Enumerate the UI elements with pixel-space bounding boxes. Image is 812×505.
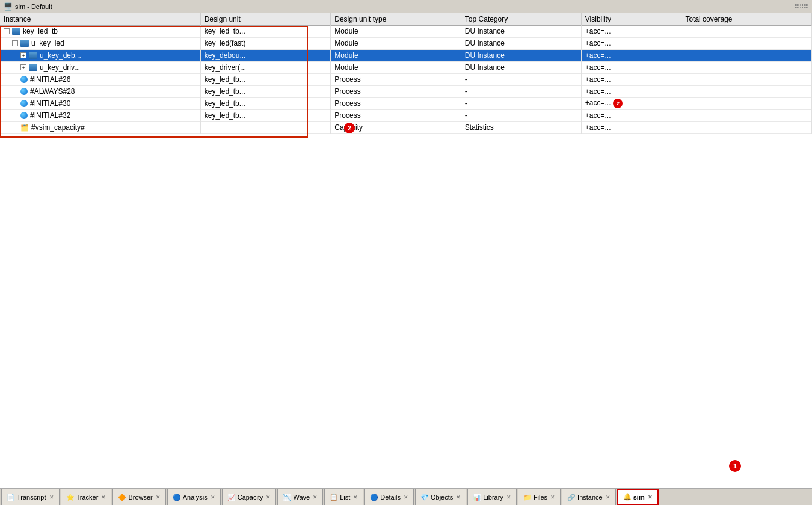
tab-analysis[interactable]: 🔵 Analysis ✕ <box>167 489 221 505</box>
instance-table-container[interactable]: Instance Design unit Design unit type To… <box>0 13 812 134</box>
tab-label-capacity: Capacity <box>238 494 263 501</box>
visibility-cell: +acc=...2 <box>581 97 681 109</box>
design-unit-type-cell: Capacity <box>331 121 461 133</box>
inline-badge-2: 2 <box>613 99 623 108</box>
instance-name: #ALWAYS#28 <box>30 87 75 96</box>
tab-browser[interactable]: 🔶 Browser ✕ <box>112 489 165 505</box>
top-category-cell: - <box>461 73 581 85</box>
tab-close-sim[interactable]: ✕ <box>648 494 653 500</box>
tab-close-analysis[interactable]: ✕ <box>211 494 215 500</box>
tab-capacity[interactable]: 📈 Capacity ✕ <box>222 489 277 505</box>
table-row[interactable]: #INITIAL#32 key_led_tb... Process - +acc… <box>0 109 812 121</box>
tab-label-sim: sim <box>633 494 645 501</box>
expand-icon[interactable]: + <box>20 64 26 70</box>
titlebar: 🖥️ sim - Default ⠿⠿⠿⠿ <box>0 0 812 13</box>
col-top-category: Top Category <box>461 13 581 25</box>
instance-name: #INITIAL#26 <box>30 75 70 84</box>
design-unit-cell <box>200 121 331 133</box>
tab-close-objects[interactable]: ✕ <box>456 494 461 500</box>
table-row[interactable]: 🗂️ #vsim_capacity# Capacity Statistics +… <box>0 121 812 133</box>
tab-icon-browser: 🔶 <box>118 494 126 501</box>
tab-label-tracker: Tracker <box>76 494 99 501</box>
titlebar-icon: 🖥️ <box>4 2 13 11</box>
tab-wave[interactable]: 📉 Wave ✕ <box>277 489 323 505</box>
col-total-coverage: Total coverage <box>681 13 812 25</box>
tab-close-browser[interactable]: ✕ <box>156 494 161 500</box>
tab-label-analysis: Analysis <box>183 494 208 501</box>
top-category-cell: DU Instance <box>461 25 581 37</box>
design-unit-type-cell: Process <box>331 97 461 109</box>
design-unit-type-cell: Process <box>331 109 461 121</box>
tab-label-list: List <box>340 494 350 501</box>
instance-cell: + u_key_driv... <box>0 61 200 73</box>
col-visibility: Visibility <box>581 13 681 25</box>
tab-close-files[interactable]: ✕ <box>550 494 555 500</box>
top-category-cell: Statistics <box>461 121 581 133</box>
table-row[interactable]: #INITIAL#30 key_led_tb... Process - +acc… <box>0 97 812 109</box>
table-row[interactable]: - key_led_tb key_led_tb... Module DU Ins… <box>0 25 812 37</box>
badge-1: 1 <box>729 460 741 472</box>
tab-icon-capacity: 📈 <box>227 494 236 501</box>
table-row[interactable]: #INITIAL#26 key_led_tb... Process - +acc… <box>0 73 812 85</box>
table-row[interactable]: - u_key_led key_led(fast) Module DU Inst… <box>0 37 812 49</box>
tab-icon-objects: 💎 <box>420 494 429 501</box>
tab-details[interactable]: 🔵 Details ✕ <box>364 489 414 505</box>
design-unit-type-cell: Module <box>331 37 461 49</box>
table-body: - key_led_tb key_led_tb... Module DU Ins… <box>0 25 812 133</box>
tab-label-objects: Objects <box>431 494 453 501</box>
tab-close-instance[interactable]: ✕ <box>606 494 611 500</box>
tab-library[interactable]: 📊 Library ✕ <box>467 489 517 505</box>
tab-sim[interactable]: 🔔 sim ✕ <box>617 489 659 505</box>
design-unit-cell: key_led_tb... <box>200 109 331 121</box>
top-category-cell: - <box>461 85 581 97</box>
col-instance: Instance <box>0 13 200 25</box>
tab-close-details[interactable]: ✕ <box>404 494 408 500</box>
total-coverage-cell <box>681 61 812 73</box>
expand-icon[interactable]: - <box>4 28 10 34</box>
expand-icon[interactable]: + <box>20 52 26 58</box>
total-coverage-cell <box>681 49 812 61</box>
top-category-cell: - <box>461 109 581 121</box>
tab-transcript[interactable]: 📄 Transcript ✕ <box>1 489 60 505</box>
module-icon <box>29 64 37 71</box>
tab-close-transcript[interactable]: ✕ <box>49 494 54 500</box>
tab-close-library[interactable]: ✕ <box>506 494 511 500</box>
instance-name: #INITIAL#32 <box>30 111 70 120</box>
tab-files[interactable]: 📁 Files ✕ <box>518 489 561 505</box>
instance-name: u_key_deb... <box>40 51 81 60</box>
tab-label-details: Details <box>380 494 401 501</box>
instance-name: key_led_tb <box>23 27 58 35</box>
tab-close-list[interactable]: ✕ <box>353 494 358 500</box>
design-unit-type-cell: Module <box>331 49 461 61</box>
tab-close-wave[interactable]: ✕ <box>313 494 318 500</box>
instance-cell: #INITIAL#30 <box>0 97 200 109</box>
instance-cell: - u_key_led <box>0 37 200 49</box>
table-row[interactable]: + u_key_deb... key_debou... Module DU In… <box>0 49 812 61</box>
tab-label-transcript: Transcript <box>17 494 46 501</box>
total-coverage-cell <box>681 85 812 97</box>
tab-label-wave: Wave <box>293 494 310 501</box>
tab-icon-library: 📊 <box>473 494 481 501</box>
total-coverage-cell <box>681 121 812 133</box>
instance-name: u_key_led <box>31 39 64 47</box>
expand-icon[interactable]: - <box>12 40 18 46</box>
visibility-cell: +acc=... <box>581 37 681 49</box>
tab-label-browser: Browser <box>128 494 152 501</box>
design-unit-cell: key_led(fast) <box>200 37 331 49</box>
tab-label-library: Library <box>483 494 503 501</box>
instance-cell: #INITIAL#32 <box>0 109 200 121</box>
instance-cell: - key_led_tb <box>0 25 200 37</box>
instance-name: #vsim_capacity# <box>31 123 85 132</box>
tab-objects[interactable]: 💎 Objects ✕ <box>415 489 466 505</box>
tab-close-tracker[interactable]: ✕ <box>101 494 106 500</box>
table-row[interactable]: #ALWAYS#28 key_led_tb... Process - +acc=… <box>0 85 812 97</box>
total-coverage-cell <box>681 97 812 109</box>
tab-close-capacity[interactable]: ✕ <box>266 494 271 500</box>
visibility-cell: +acc=... <box>581 85 681 97</box>
process-icon <box>20 112 28 119</box>
bottom-tabs: 📄 Transcript ✕ ⭐ Tracker ✕ 🔶 Browser ✕ 🔵… <box>0 488 812 505</box>
tab-list[interactable]: 📋 List ✕ <box>324 489 363 505</box>
tab-instance[interactable]: 🔗 Instance ✕ <box>562 489 616 505</box>
table-row[interactable]: + u_key_driv... key_driver(... Module DU… <box>0 61 812 73</box>
tab-tracker[interactable]: ⭐ Tracker ✕ <box>61 489 112 505</box>
